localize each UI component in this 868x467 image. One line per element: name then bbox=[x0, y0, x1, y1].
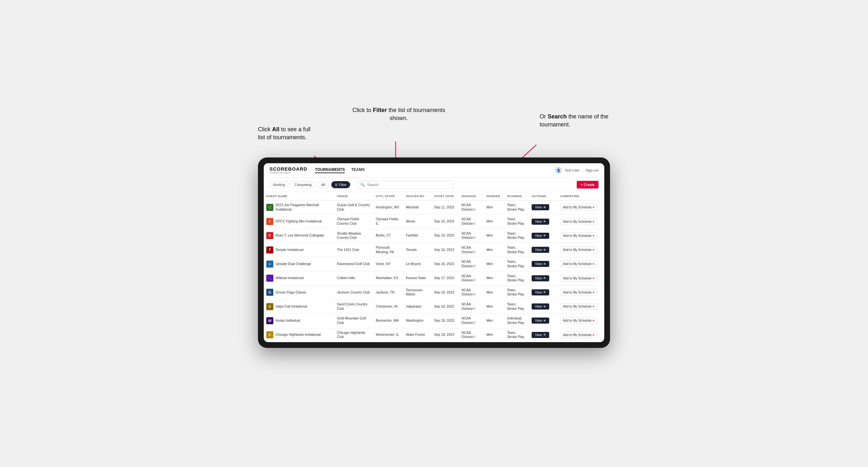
scoring-cell-6: Team, Stroke Play bbox=[504, 285, 529, 299]
eye-icon-5: 👁 bbox=[543, 277, 546, 280]
hosting-filter-btn[interactable]: Hosting bbox=[270, 181, 288, 188]
actions-cell-9: View 👁 bbox=[529, 328, 557, 342]
city-cell-6: Jackson, TN bbox=[373, 285, 403, 299]
table-row: F Ryan T. Lee Memorial Collegiate Shuttl… bbox=[264, 228, 604, 243]
create-btn[interactable]: + Create bbox=[577, 181, 598, 189]
event-logo-5: 🐾 bbox=[266, 275, 273, 282]
view-btn-9[interactable]: View 👁 bbox=[532, 332, 549, 338]
col-header-hosted: HOSTED BY bbox=[403, 192, 431, 200]
view-btn-7[interactable]: View 👁 bbox=[532, 304, 549, 310]
view-btn-1[interactable]: View 👁 bbox=[532, 219, 549, 225]
add-schedule-btn-4[interactable]: Add to My Schedule + bbox=[560, 260, 597, 267]
tournaments-table: EVENT NAME VENUE CITY, STATE HOSTED BY S… bbox=[264, 192, 604, 342]
event-logo-0: 🌿 bbox=[266, 204, 273, 211]
logo-area: SCOREBOARD Powered by clipp'd bbox=[270, 166, 307, 174]
add-schedule-btn-7[interactable]: Add to My Schedule + bbox=[560, 303, 597, 310]
scoring-cell-1: Team, Stroke Play bbox=[504, 214, 529, 228]
add-schedule-btn-9[interactable]: Add to My Schedule + bbox=[560, 332, 597, 338]
table-row: 🌿 2023 Joe Feaganes Marshall Invitationa… bbox=[264, 200, 604, 214]
add-schedule-btn-0[interactable]: Add to My Schedule + bbox=[560, 204, 597, 211]
scoring-cell-9: Team, Stroke Play bbox=[504, 328, 529, 342]
annotation-topleft: Click All to see a full list of tourname… bbox=[258, 125, 316, 142]
view-btn-6[interactable]: View 👁 bbox=[532, 289, 549, 295]
city-cell-0: Huntington, WV bbox=[373, 200, 403, 214]
nav-tab-teams[interactable]: TEAMS bbox=[351, 167, 365, 173]
actions-cell-7: View 👁 bbox=[529, 300, 557, 314]
plus-icon-8: + bbox=[592, 319, 594, 322]
sign-out-link[interactable]: Sign out bbox=[586, 168, 598, 172]
eye-icon-3: 👁 bbox=[543, 248, 546, 252]
competing-filter-btn[interactable]: Competing bbox=[291, 181, 315, 188]
plus-icon-2: + bbox=[592, 234, 594, 238]
event-cell-2: F Ryan T. Lee Memorial Collegiate bbox=[264, 228, 335, 243]
eye-icon-8: 👁 bbox=[543, 319, 546, 322]
table-row: G Grover Page Classic Jackson Country Cl… bbox=[264, 285, 604, 299]
actions-cell-1: View 👁 bbox=[529, 214, 557, 228]
division-cell-2: NCAA Division I bbox=[459, 228, 484, 243]
table-row: T Temple Invitational The 1912 Club Plym… bbox=[264, 243, 604, 257]
view-btn-4[interactable]: View 👁 bbox=[532, 261, 549, 267]
event-name-3: Temple Invitational bbox=[276, 248, 303, 252]
scoring-cell-8: Individual, Stroke Play bbox=[504, 314, 529, 328]
actions-cell-3: View 👁 bbox=[529, 243, 557, 257]
view-btn-2[interactable]: View 👁 bbox=[532, 233, 549, 239]
nav-tab-tournaments[interactable]: TOURNAMENTS bbox=[315, 167, 345, 173]
actions-cell-4: View 👁 bbox=[529, 257, 557, 271]
view-btn-0[interactable]: View 👁 bbox=[532, 204, 549, 210]
date-cell-7: Sep 18, 2023 bbox=[431, 300, 459, 314]
hosted-cell-0: Marshall bbox=[403, 200, 431, 214]
add-schedule-btn-5[interactable]: Add to My Schedule + bbox=[560, 275, 597, 282]
col-header-competing: COMPETING bbox=[558, 192, 604, 200]
search-input[interactable] bbox=[358, 181, 454, 189]
add-schedule-btn-2[interactable]: Add to My Schedule + bbox=[560, 232, 597, 239]
add-schedule-btn-6[interactable]: Add to My Schedule + bbox=[560, 289, 597, 296]
plus-icon-7: + bbox=[592, 305, 594, 308]
competing-cell-6: Add to My Schedule + bbox=[558, 285, 604, 299]
date-cell-9: Sep 18, 2023 bbox=[431, 328, 459, 342]
col-header-event: EVENT NAME bbox=[264, 192, 335, 200]
hosted-cell-1: Illinois bbox=[403, 214, 431, 228]
col-header-city: CITY, STATE bbox=[373, 192, 403, 200]
event-logo-9: C bbox=[266, 331, 273, 338]
division-cell-0: NCAA Division I bbox=[459, 200, 484, 214]
division-cell-3: NCAA Division I bbox=[459, 243, 484, 257]
division-cell-7: NCAA Division I bbox=[459, 300, 484, 314]
competing-cell-0: Add to My Schedule + bbox=[558, 200, 604, 214]
city-cell-9: Westchester, IL bbox=[373, 328, 403, 342]
gender-cell-4: Men bbox=[484, 257, 505, 271]
filter-icon: ☰ bbox=[335, 183, 338, 187]
event-name-0: 2023 Joe Feaganes Marshall Invitational bbox=[276, 203, 332, 212]
event-name-9: Chicago Highlands Invitational bbox=[276, 333, 321, 337]
view-btn-8[interactable]: View 👁 bbox=[532, 317, 549, 323]
gender-cell-8: Men bbox=[484, 314, 505, 328]
add-schedule-btn-3[interactable]: Add to My Schedule + bbox=[560, 246, 597, 253]
venue-cell-6: Jackson Country Club bbox=[335, 285, 373, 299]
view-btn-3[interactable]: View 👁 bbox=[532, 247, 549, 253]
event-logo-1: I bbox=[266, 218, 273, 225]
event-logo-6: G bbox=[266, 289, 273, 296]
scoring-cell-3: Team, Stroke Play bbox=[504, 243, 529, 257]
event-logo-2: F bbox=[266, 232, 273, 239]
competing-cell-8: Add to My Schedule + bbox=[558, 314, 604, 328]
view-btn-5[interactable]: View 👁 bbox=[532, 275, 549, 281]
filter-toggle-btn[interactable]: ☰ Filter bbox=[331, 181, 350, 188]
eye-icon-6: 👁 bbox=[543, 291, 546, 294]
hosted-cell-7: Valparaiso bbox=[403, 300, 431, 314]
venue-cell-5: Colbert Hills bbox=[335, 271, 373, 285]
division-cell-5: NCAA Division I bbox=[459, 271, 484, 285]
scoring-cell-7: Team, Stroke Play bbox=[504, 300, 529, 314]
date-cell-4: Sep 16, 2023 bbox=[431, 257, 459, 271]
actions-cell-5: View 👁 bbox=[529, 271, 557, 285]
add-schedule-btn-1[interactable]: Add to My Schedule + bbox=[560, 218, 597, 225]
event-cell-5: 🐾 Wildcat Invitational bbox=[264, 271, 335, 285]
city-cell-1: Olympia Fields, IL bbox=[373, 214, 403, 228]
add-schedule-btn-8[interactable]: Add to My Schedule + bbox=[560, 317, 597, 324]
search-box: 🔍 bbox=[358, 181, 454, 189]
all-filter-btn[interactable]: All bbox=[318, 181, 329, 188]
event-name-2: Ryan T. Lee Memorial Collegiate bbox=[276, 234, 324, 238]
competing-cell-4: Add to My Schedule + bbox=[558, 257, 604, 271]
division-cell-1: NCAA Division I bbox=[459, 214, 484, 228]
nav-tabs: TOURNAMENTS TEAMS bbox=[315, 167, 365, 173]
competing-cell-1: Add to My Schedule + bbox=[558, 214, 604, 228]
annotation-topright: Or Search the name of the tournament. bbox=[539, 113, 610, 129]
